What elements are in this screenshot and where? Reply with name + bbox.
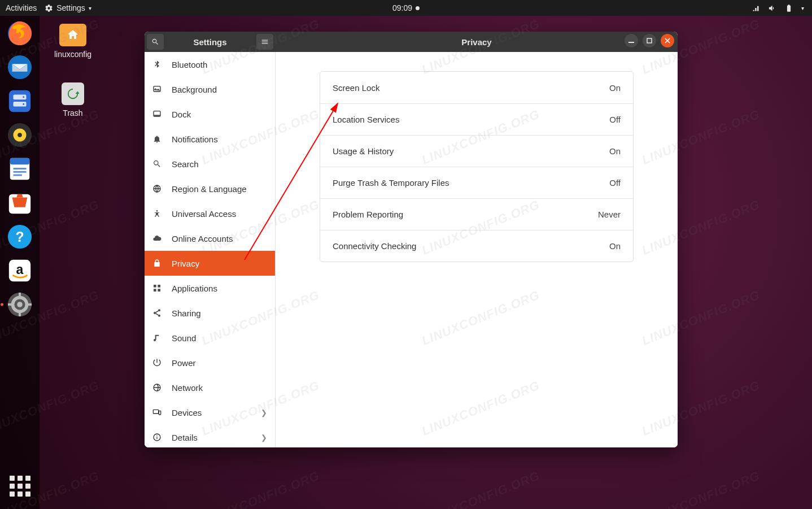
network-icon[interactable] [752, 4, 760, 12]
privacy-panel: Screen Lock On Location Services Off Usa… [276, 52, 678, 447]
page-title: Privacy [461, 37, 491, 47]
sidebar-item-network[interactable]: Network [145, 375, 275, 400]
sidebar-title: Settings [193, 37, 226, 47]
svg-rect-45 [156, 435, 157, 436]
svg-point-32 [156, 210, 158, 212]
minimize-icon [628, 38, 634, 43]
privacy-row-label: Problem Reporting [333, 210, 403, 219]
sidebar-item-label: Details [172, 433, 198, 442]
svg-rect-13 [14, 171, 27, 173]
settings-window: Settings Privacy Bluetooth Background Do… [145, 32, 678, 447]
sidebar-item-privacy[interactable]: Privacy [145, 251, 275, 276]
svg-rect-21 [19, 293, 21, 297]
sidebar-item-label: Dock [172, 110, 191, 119]
battery-icon[interactable] [784, 4, 793, 12]
privacy-row-usage-history[interactable]: Usage & History On [320, 135, 633, 167]
dock-item-thunderbird[interactable] [7, 54, 33, 80]
privacy-row-problem-reporting[interactable]: Problem Reporting Never [320, 198, 633, 230]
hamburger-menu-button[interactable] [256, 34, 273, 50]
maximize-button[interactable] [643, 34, 656, 47]
sidebar-item-applications[interactable]: Applications [145, 276, 275, 301]
svg-rect-12 [14, 168, 27, 169]
app-menu[interactable]: Settings ▾ [45, 3, 91, 12]
accessibility-icon [152, 209, 163, 218]
bluetooth-icon [152, 60, 163, 69]
svg-rect-2 [9, 90, 30, 112]
sidebar-item-label: Bluetooth [172, 60, 207, 69]
sidebar-item-label: Privacy [172, 259, 199, 268]
sidebar-item-label: Sound [172, 333, 196, 343]
close-button[interactable] [661, 34, 674, 47]
sidebar-item-details[interactable]: Details ❯ [145, 425, 275, 447]
dock: ? a [0, 16, 40, 509]
svg-rect-44 [156, 437, 157, 440]
dock-item-amazon[interactable]: a [7, 258, 33, 284]
desktop-icon-home[interactable]: linuxconfig [47, 24, 98, 59]
privacy-row-purge-trash[interactable]: Purge Trash & Temporary Files Off [320, 167, 633, 198]
maximize-icon [647, 38, 652, 43]
svg-rect-30 [154, 115, 160, 116]
sidebar-item-notifications[interactable]: Notifications [145, 127, 275, 151]
sidebar-item-dock[interactable]: Dock [145, 102, 275, 127]
privacy-row-connectivity-checking[interactable]: Connectivity Checking On [320, 230, 633, 262]
sidebar-item-sharing[interactable]: Sharing [145, 301, 275, 325]
svg-text:a: a [16, 262, 24, 277]
svg-point-5 [23, 96, 24, 98]
svg-point-37 [158, 309, 160, 311]
dock-item-firefox[interactable] [7, 20, 33, 46]
minimize-button[interactable] [625, 34, 638, 47]
activities-button[interactable]: Activities [6, 3, 37, 12]
sidebar-item-background[interactable]: Background [145, 77, 275, 102]
top-panel: Activities Settings ▾ 09:09 ▾ [0, 0, 812, 16]
watermark: LINUXCONFIG.ORG [640, 468, 762, 509]
search-button[interactable] [147, 34, 164, 50]
dock-item-files[interactable] [7, 88, 33, 114]
watermark: LINUXCONFIG.ORG [199, 468, 321, 509]
privacy-row-label: Usage & History [333, 146, 394, 156]
notification-dot-icon [416, 6, 420, 10]
privacy-row-screen-lock[interactable]: Screen Lock On [320, 72, 633, 103]
volume-icon[interactable] [768, 4, 776, 12]
show-applications[interactable] [10, 476, 30, 497]
svg-point-25 [17, 302, 23, 307]
sidebar-item-search[interactable]: Search [145, 151, 275, 176]
privacy-row-location-services[interactable]: Location Services Off [320, 103, 633, 135]
search-icon [152, 159, 163, 168]
dock-item-software[interactable] [7, 190, 33, 216]
svg-point-39 [158, 315, 160, 317]
dock-item-writer[interactable] [7, 156, 33, 182]
sidebar-item-label: Search [172, 159, 199, 169]
chevron-right-icon: ❯ [261, 433, 267, 442]
dock-item-help[interactable]: ? [7, 224, 33, 250]
privacy-row-value: On [609, 83, 621, 93]
share-icon [152, 308, 163, 317]
privacy-row-value: Off [609, 178, 621, 188]
privacy-row-value: Never [598, 210, 621, 219]
sidebar-item-universal-access[interactable]: Universal Access [145, 201, 275, 226]
globe-icon [152, 184, 163, 193]
sidebar-item-devices[interactable]: Devices ❯ [145, 400, 275, 425]
dock-item-rhythmbox[interactable] [7, 122, 33, 148]
svg-rect-36 [158, 289, 160, 292]
bell-icon [152, 134, 163, 143]
sidebar-item-sound[interactable]: Sound [145, 325, 275, 350]
sidebar-item-bluetooth[interactable]: Bluetooth [145, 52, 275, 77]
sidebar-item-power[interactable]: Power [145, 350, 275, 375]
sidebar-item-region[interactable]: Region & Language [145, 176, 275, 201]
svg-rect-27 [647, 38, 652, 43]
search-icon [151, 38, 159, 46]
svg-point-38 [154, 312, 156, 314]
svg-text:?: ? [15, 229, 24, 245]
sidebar-item-online-accounts[interactable]: Online Accounts [145, 226, 275, 251]
panel-clock[interactable]: 09:09 [392, 3, 420, 12]
apps-icon [152, 284, 163, 293]
svg-rect-34 [158, 285, 160, 288]
dock-icon [152, 110, 163, 119]
privacy-row-value: On [609, 146, 621, 156]
desktop-icon-label: Trash [47, 108, 98, 118]
chevron-down-icon[interactable]: ▾ [801, 5, 804, 11]
clock-label: 09:09 [392, 3, 412, 12]
dock-item-settings[interactable] [7, 292, 33, 317]
desktop-icon-trash[interactable]: Trash [47, 82, 98, 118]
music-note-icon [152, 333, 163, 342]
